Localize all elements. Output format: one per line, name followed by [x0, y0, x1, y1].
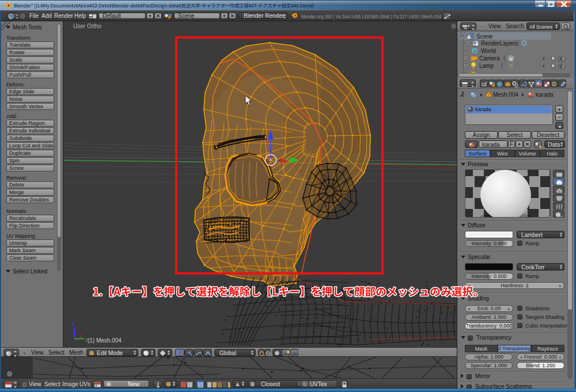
svg-text:|: | [501, 63, 503, 69]
svg-text:x: x [79, 333, 82, 338]
svg-text:Camera: Camera [479, 55, 500, 62]
svg-text:RenderLayers: RenderLayers [481, 40, 517, 47]
svg-text:|: | [503, 55, 505, 62]
svg-text:World: World [481, 48, 496, 54]
svg-text:Scene: Scene [476, 33, 493, 40]
svg-text:▣: ▣ [509, 56, 514, 62]
svg-text:|: | [517, 40, 519, 47]
svg-text:karada: karada [536, 92, 554, 98]
svg-text:Lamp: Lamp [479, 63, 494, 69]
svg-text:Mesh.004: Mesh.004 [493, 92, 518, 98]
svg-text:z: z [72, 321, 75, 326]
